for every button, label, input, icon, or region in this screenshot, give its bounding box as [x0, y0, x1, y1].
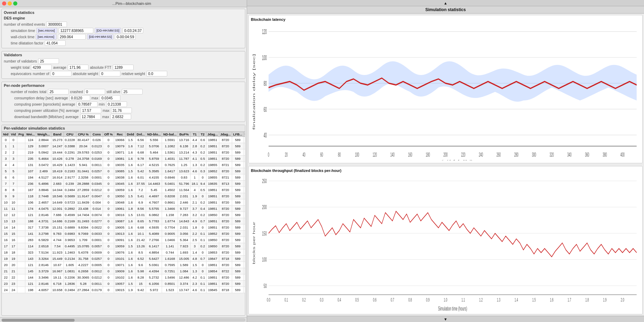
table-row[interactable]: 24241984.605710.6580.248427.28640.017901… [2, 287, 245, 293]
x-label-320: 320 [550, 151, 554, 158]
table-cell [17, 243, 25, 249]
table-cell: 23 [10, 281, 17, 287]
computing-power-avg-value: 0.78587 [77, 101, 98, 107]
table-cell: 0.8661 [162, 199, 178, 206]
sim-time-unit: [sec.micros] [36, 28, 57, 33]
table-row[interactable]: 12121212.81467.6860.459914.74040.0074019… [2, 212, 245, 218]
table-row[interactable]: 881673.884614.0440.248427.28590.02120190… [2, 187, 245, 193]
table-cell: 18.546 [51, 193, 63, 199]
table-cell: 5.28 [76, 281, 90, 287]
table-row[interactable]: 20201212.814610.671.6054.22270.000501907… [2, 262, 245, 268]
x-tp-17: 1.7 [568, 297, 571, 303]
table-row[interactable]: 21211453.372916.9671.08316.26580.0012019… [2, 268, 245, 274]
table-cell: 5.3585 [146, 168, 162, 174]
table-cell: 3.2 [190, 212, 199, 218]
table-cell: 5.0942 [36, 149, 51, 156]
table-cell: 0 [103, 268, 114, 274]
num-nodes-crashed-label: crashed [70, 90, 83, 94]
table-cell: 10.1 [135, 231, 146, 237]
table-cell: 10 [2, 199, 10, 206]
close-button[interactable] [2, 1, 6, 6]
table-row[interactable]: 991182.744818.5460.568911.91470.00470190… [2, 193, 245, 199]
table-cell: 3.3264 [36, 256, 51, 262]
latency-x-label: generation (of a finalized block) [433, 159, 472, 161]
table-row[interactable]: 19191433.326415.4490.213431.7580.0257019… [2, 256, 245, 262]
scroll-down-button[interactable]: ▼ [247, 316, 644, 322]
table-cell: 0 [199, 174, 206, 181]
table-cell: 589 [232, 281, 243, 287]
table-cell: 0 [103, 156, 114, 162]
emitted-events-row: number of emitted events 3000001 [4, 22, 243, 27]
table-cell: 143 [25, 256, 36, 262]
table-row[interactable]: 772365.48962.6830.23928.28880.0345019045… [2, 181, 245, 187]
table-cell: 16 [10, 237, 17, 243]
table-row[interactable]: 551072.48918.4190.218331.04410.025701908… [2, 168, 245, 174]
table-cell: 19050 [114, 193, 126, 199]
scrollbar-track[interactable] [1, 319, 245, 321]
table-cell: 0 [199, 249, 206, 256]
table-cell: 0.4599 [63, 212, 76, 218]
table-cell: 7 [2, 181, 10, 187]
maximize-button[interactable] [13, 1, 17, 6]
table-cell: 0.1 [244, 168, 245, 174]
wall-clock-dd-value: 0-00:04:59 [115, 34, 136, 40]
table-cell: 0 [103, 199, 114, 206]
scroll-up-button[interactable]: ▲ [247, 0, 644, 6]
table-cell: 10.67 [51, 262, 63, 268]
table-row[interactable]: 13131884.373114.6860.216931.24930.027701… [2, 218, 245, 224]
table-cell [17, 206, 25, 212]
scrollbar-thumb[interactable] [2, 319, 75, 322]
table-cell: 323 [25, 249, 36, 256]
minimize-button[interactable] [8, 1, 12, 6]
table-cell: 14.843 [178, 218, 190, 224]
validators-section: Validators number of validators 25 weigh… [1, 51, 245, 79]
table-header-wei---: Wei... [25, 132, 36, 137]
table-row[interactable]: 17171142.65187.540.449515.07850.00570190… [2, 243, 245, 249]
table-row[interactable]: 22221443.349619.110.220630.30650.0212019… [2, 274, 245, 281]
table-row[interactable]: 23231212.81466.7181.28365.280.0011019057… [2, 281, 245, 287]
table-cell: 4.5935 [146, 224, 162, 231]
dl-bw-row: download bandwidth [Mbit/sec] average 12… [14, 114, 243, 119]
table-cell: 0.0011 [91, 162, 103, 168]
table-header-prg: Prg [17, 132, 25, 137]
table-row[interactable]: 222195.094219.4440.229129.57830.02530190… [2, 149, 245, 156]
table-row[interactable]: 14143177.373815.1510.68899.83940.0022019… [2, 224, 245, 231]
consumption-avg-label: average [55, 96, 68, 100]
table-row[interactable]: 111293.000714.2470.338820.040.0123019079… [2, 143, 245, 149]
horizontal-scrollbar[interactable] [0, 317, 247, 322]
table-cell: 19.11 [51, 274, 63, 281]
table-row[interactable]: 332355.466410.4260.27824.37580.016901908… [2, 156, 245, 162]
table-cell: 11.564 [178, 187, 190, 193]
table-cell: 0.0001 [91, 237, 103, 243]
table-cell: 0.0123 [91, 143, 103, 149]
table-row[interactable]: 15151413.27989.7830.69839.70690.00330190… [2, 231, 245, 237]
table-cell: 589 [232, 206, 243, 212]
y-label-120: 120 [262, 28, 267, 35]
table-cell: 0 [103, 256, 114, 262]
table-row[interactable]: 001242.884415.2730.222830.41470.02601906… [2, 137, 245, 143]
table-scroll[interactable]: NidVidPrgWei...Weigh...BandCPUCPU %ConsO… [2, 132, 245, 315]
table-cell: 0.3 [199, 168, 206, 174]
table-row[interactable]: 661944.512716.9142.91772.32580.000101903… [2, 174, 245, 181]
table-row[interactable]: 11111744.047512.0010.289223.4380.0140190… [2, 206, 245, 212]
table-cell: 10 [10, 199, 17, 206]
table-cell: 0 [103, 281, 114, 287]
table-cell: 3.0472 [36, 162, 51, 168]
table-title: Per-validator simulation statistics [2, 125, 245, 132]
table-row[interactable]: 16162836.58294.7443.96531.7090.000101909… [2, 237, 245, 243]
table-cell: 19854 [206, 268, 219, 274]
table-cell: 0.7251 [162, 268, 178, 274]
table-row[interactable]: 18183237.513411.9231.24635.43780.0009019… [2, 249, 245, 256]
table-row[interactable]: 10101062.465714.6490.572311.84390.004019… [2, 199, 245, 206]
table-cell: 0.1 [244, 274, 245, 281]
table-cell: 9.727 [178, 206, 190, 212]
table-cell: 0.2892 [63, 206, 76, 212]
table-cell: 10.658 [51, 287, 63, 293]
table-row[interactable]: 441313.047216.4291.14235.9410.0011019035… [2, 162, 245, 168]
latency-y-label: finalization delay [sec] [252, 54, 256, 130]
table-cell: 0 [103, 224, 114, 231]
table-cell: 1.6 [126, 218, 135, 224]
x-tp-08: 0.8 [408, 297, 412, 303]
table-cell: 19045 [114, 181, 126, 187]
table-cell: 19851 [206, 156, 219, 162]
